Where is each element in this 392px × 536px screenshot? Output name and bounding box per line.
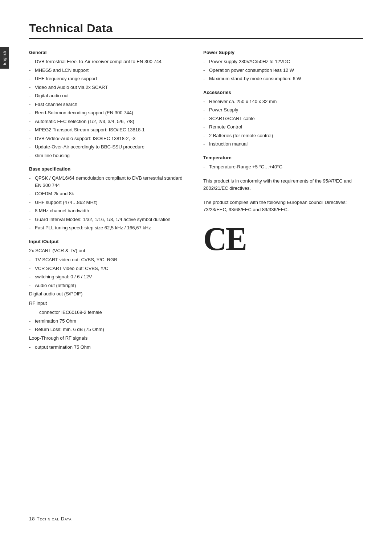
section-power-supply: Power Supply Power supply 230VAC/50Hz to…	[203, 50, 363, 82]
list-item: Reed-Solomon decoding support (EN 300 74…	[29, 109, 189, 116]
list-item: Instruction manual	[203, 140, 363, 148]
list-item: SCART/SCART cable	[203, 115, 363, 122]
list-item: Guard Interval Modes: 1/32, 1/16, 1/8, 1…	[29, 216, 189, 223]
io-plain-1: 2x SCART (VCR & TV) out	[29, 247, 189, 254]
list-item: Update-Over-Air accordingly to BBC-SSU p…	[29, 143, 189, 151]
list-item: termination 75 Ohm	[29, 318, 189, 325]
list-item: Power supply 230VAC/50Hz to 12VDC	[203, 58, 363, 65]
section-title-power-supply: Power Supply	[203, 50, 363, 55]
list-item: COFDM 2k and 8k	[29, 190, 189, 197]
list-item: Video and Audio out via 2x SCART	[29, 84, 189, 91]
list-item: TV SCART video out: CVBS, Y/C, RGB	[29, 256, 189, 263]
footer-text: 18 Technical Data	[29, 516, 72, 521]
general-list: DVB terrestrial Free-To-Air receiver com…	[29, 58, 189, 159]
title-divider	[29, 38, 363, 39]
section-general: General DVB terrestrial Free-To-Air rece…	[29, 50, 189, 159]
accessories-list: Receiver ca. 250 x 140 x 32 mm Power Sup…	[203, 98, 363, 148]
list-item: 2 Batteries (for remote control)	[203, 132, 363, 139]
section-compliance2: The product complies with the following …	[203, 199, 363, 213]
list-item: Return Loss: min. 6 dB (75 Ohm)	[29, 326, 189, 333]
list-item: DVB terrestrial Free-To-Air receiver com…	[29, 58, 189, 65]
list-item: DVB-Video/-Audio support: ISO/IEC 13818-…	[29, 135, 189, 142]
io-indent-connector: connector IEC60169-2 female	[29, 309, 189, 316]
section-compliance1: This product is in conformity with the r…	[203, 177, 363, 192]
list-item: Power Supply	[203, 106, 363, 114]
section-title-base-specification: Base specification	[29, 166, 189, 172]
section-accessories: Accessories Receiver ca. 250 x 140 x 32 …	[203, 90, 363, 148]
right-column: Power Supply Power supply 230VAC/50Hz to…	[203, 50, 363, 358]
list-item: Operation power consumption less 12 W	[203, 67, 363, 74]
ce-mark-symbol: CE	[203, 220, 363, 258]
io-plain-2: Digital audio out (S/PDIF)	[29, 290, 189, 298]
list-item: UHF frequency range support	[29, 75, 189, 82]
section-temperature: Temperature Temperature-Range +5 °C…+40°…	[203, 155, 363, 171]
rf-list: termination 75 Ohm Return Loss: min. 6 d…	[29, 318, 189, 333]
list-item: slim line housing	[29, 152, 189, 159]
list-item: Audio out (left/right)	[29, 282, 189, 289]
io-plain-3: RF input	[29, 300, 189, 307]
list-item: Remote Control	[203, 123, 363, 131]
section-input-output: Input /Output 2x SCART (VCR & TV) out TV…	[29, 239, 189, 351]
page-title: Technical Data	[29, 22, 363, 35]
list-item: Fast channel search	[29, 101, 189, 108]
content-columns: General DVB terrestrial Free-To-Air rece…	[29, 50, 363, 358]
list-item: MPEG2 Transport Stream support: ISO/IEC …	[29, 126, 189, 134]
list-item: UHF support (474…862 MHz)	[29, 199, 189, 206]
loop-through-list: output termination 75 Ohm	[29, 344, 189, 351]
left-column: General DVB terrestrial Free-To-Air rece…	[29, 50, 189, 358]
list-item: Fast PLL tuning speed: step size 62,5 kH…	[29, 224, 189, 232]
section-title-input-output: Input /Output	[29, 239, 189, 244]
list-item: Receiver ca. 250 x 140 x 32 mm	[203, 98, 363, 105]
section-title-accessories: Accessories	[203, 90, 363, 95]
temperature-list: Temperature-Range +5 °C…+40°C	[203, 163, 363, 171]
page: English Technical Data General DVB terre…	[0, 0, 392, 536]
section-title-temperature: Temperature	[203, 155, 363, 160]
list-item: 8 MHz channel bandwidth	[29, 207, 189, 214]
list-item: MHEG5 and LCN support	[29, 67, 189, 74]
list-item: Digital audio out	[29, 92, 189, 99]
list-item: output termination 75 Ohm	[29, 344, 189, 351]
list-item: QPSK / QAM16/64 demodulation compliant t…	[29, 175, 189, 189]
section-title-general: General	[29, 50, 189, 55]
compliance-text-2: The product complies with the following …	[203, 199, 363, 213]
list-item: Maximum stand-by mode consumption: 6 W	[203, 75, 363, 82]
sidebar-tab: English	[0, 47, 9, 69]
scart-list: TV SCART video out: CVBS, Y/C, RGB VCR S…	[29, 256, 189, 289]
page-footer: 18 Technical Data	[29, 516, 72, 521]
base-spec-list: QPSK / QAM16/64 demodulation compliant t…	[29, 175, 189, 232]
list-item: Temperature-Range +5 °C…+40°C	[203, 163, 363, 171]
section-base-specification: Base specification QPSK / QAM16/64 demod…	[29, 166, 189, 232]
list-item: VCR SCART video out: CVBS, Y/C	[29, 265, 189, 272]
power-supply-list: Power supply 230VAC/50Hz to 12VDC Operat…	[203, 58, 363, 82]
compliance-text-1: This product is in conformity with the r…	[203, 177, 363, 192]
io-plain-4: Loop-Through of RF signals	[29, 335, 189, 342]
list-item: Automatic FEC selection (1/2, 2/3, 3/4, …	[29, 118, 189, 125]
list-item: switching signal: 0 / 6 / 12V	[29, 273, 189, 281]
